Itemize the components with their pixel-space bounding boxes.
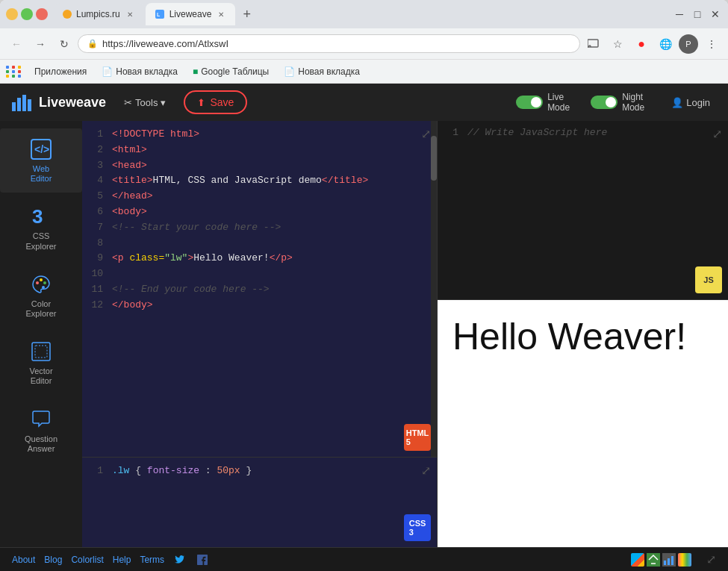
app-footer: About Blog Colorlist Help Terms — [0, 547, 728, 571]
html-scrollbar-thumb — [431, 136, 437, 181]
svg-point-14 — [42, 286, 45, 289]
footer-expand-button[interactable]: ⤢ — [706, 552, 716, 567]
footer-blog-link[interactable]: Blog — [44, 555, 62, 565]
right-panel: 1 // Write JavaScript here ⤢ JS Hello We… — [437, 121, 728, 547]
html-scrollbar[interactable] — [431, 121, 437, 457]
live-mode-toggle[interactable] — [516, 96, 543, 109]
apps-icon[interactable] — [6, 66, 22, 78]
close-button[interactable] — [36, 8, 48, 20]
profile-avatar[interactable]: P — [679, 34, 698, 54]
globe-icon[interactable]: 🌐 — [655, 34, 676, 54]
editor-line: 8 — [91, 236, 437, 252]
browser-tab-liveweave[interactable]: L Liveweave ✕ — [146, 3, 236, 25]
bookmark-newtab1[interactable]: 📄 Новая вкладка — [96, 65, 184, 78]
forward-button[interactable]: → — [30, 34, 51, 54]
swatch-green[interactable] — [647, 553, 660, 567]
sidebar-item-color-explorer[interactable]: ColorExplorer — [0, 263, 82, 328]
css-editor[interactable]: 1 .lw { font-size : 50px } ⤢ — [82, 458, 437, 547]
footer-colorlist-link[interactable]: Colorlist — [71, 555, 103, 565]
os-minimize-button[interactable]: ─ — [673, 7, 686, 21]
save-button[interactable]: ⬆ Save — [184, 90, 247, 114]
editor-line: 12 </body> — [91, 298, 437, 313]
tab-label-liveweave: Liveweave — [169, 9, 212, 19]
footer-color-swatches — [631, 553, 691, 567]
js-editor-content: 1 // Write JavaScript here — [438, 121, 728, 144]
svg-rect-5 — [17, 98, 21, 111]
editor-area: 1 <!DOCTYPE html> 2 <html> 3 <head> 4 — [82, 121, 437, 547]
menu-button[interactable]: ⋮ — [701, 34, 722, 54]
svg-rect-21 — [671, 556, 673, 565]
color-explorer-icon — [29, 272, 53, 296]
facebook-icon[interactable] — [196, 553, 209, 567]
bookmark-applications[interactable]: Приложения — [28, 65, 93, 78]
svg-rect-16 — [35, 346, 47, 358]
bookmark-button[interactable]: ☆ — [607, 34, 628, 54]
title-bar: Lumpics.ru ✕ L Liveweave ✕ + ─ □ ✕ — [0, 0, 728, 28]
save-upload-icon: ⬆ — [197, 97, 205, 108]
bookmark-sheets-label: Google Таблицы — [201, 66, 269, 77]
js-editor[interactable]: 1 // Write JavaScript here ⤢ JS — [438, 121, 728, 300]
app-logo: Liveweave — [12, 92, 106, 113]
footer-about-link[interactable]: About — [12, 555, 35, 565]
bookmark-sheets[interactable]: ■ Google Таблицы — [187, 65, 275, 78]
svg-text:</>: </> — [34, 143, 49, 155]
os-close-button[interactable]: ✕ — [709, 7, 722, 21]
svg-rect-19 — [664, 561, 666, 565]
refresh-button[interactable]: ↻ — [54, 34, 75, 54]
maximize-button[interactable] — [21, 8, 33, 20]
twitter-icon[interactable] — [173, 553, 187, 567]
tab-close-lumpics[interactable]: ✕ — [125, 9, 135, 19]
color-explorer-label: ColorExplorer — [26, 299, 57, 319]
browser-tab-lumpics[interactable]: Lumpics.ru ✕ — [54, 3, 144, 25]
login-button[interactable]: 👤 Login — [665, 94, 716, 111]
bookmarks-bar: Приложения 📄 Новая вкладка ■ Google Табл… — [0, 60, 728, 84]
html-editor-content: 1 <!DOCTYPE html> 2 <html> 3 <head> 4 — [82, 121, 437, 457]
back-button[interactable]: ← — [6, 34, 27, 54]
tools-icon: ✂ — [124, 97, 132, 108]
css-explorer-label: CSSExplorer — [26, 231, 57, 251]
night-mode-toggle[interactable] — [591, 96, 617, 109]
editor-line: 3 <head> — [91, 158, 437, 174]
sidebar-item-question-answer[interactable]: QuestionAnswer — [0, 399, 82, 463]
lock-icon: 🔒 — [87, 39, 98, 49]
cast-button[interactable] — [583, 34, 604, 54]
sidebar: </> WebEditor 3 CSSExplorer — [0, 121, 82, 547]
js-expand-button[interactable]: ⤢ — [712, 127, 722, 141]
footer-help-link[interactable]: Help — [113, 555, 131, 565]
opera-icon[interactable]: ● — [631, 34, 652, 54]
new-tab-button[interactable]: + — [237, 4, 257, 25]
bookmark-file2-icon: 📄 — [284, 66, 295, 77]
css-expand-button[interactable]: ⤢ — [421, 464, 431, 478]
svg-point-13 — [43, 281, 46, 284]
login-icon: 👤 — [671, 97, 683, 108]
url-bar[interactable]: 🔒 https://liveweave.com/AtlxswI — [78, 34, 580, 53]
swatch-windows[interactable] — [631, 553, 644, 567]
css-explorer-icon: 3 — [29, 205, 53, 228]
tab-close-liveweave[interactable]: ✕ — [216, 9, 226, 19]
live-mode-track[interactable] — [516, 96, 543, 109]
logo-icon — [12, 92, 33, 113]
tab-favicon-lumpics — [63, 10, 72, 19]
bookmark-newtab2[interactable]: 📄 Новая вкладка — [278, 65, 366, 78]
js-editor-line: 1 // Write JavaScript here — [447, 127, 719, 138]
preview-pane: Hello Weaver! — [438, 300, 728, 547]
bookmark-apps-label: Приложения — [34, 66, 87, 77]
night-mode-track[interactable] — [591, 96, 617, 109]
html-expand-button[interactable]: ⤢ — [421, 127, 431, 141]
sidebar-item-vector-editor[interactable]: VectorEditor — [0, 331, 82, 395]
minimize-button[interactable] — [6, 8, 18, 20]
os-maximize-button[interactable]: □ — [691, 7, 704, 21]
swatch-chart[interactable] — [662, 553, 676, 567]
app-logo-text: Liveweave — [39, 95, 106, 110]
swatch-gradient[interactable] — [678, 553, 691, 567]
sidebar-item-css-explorer[interactable]: 3 CSSExplorer — [0, 196, 82, 260]
web-editor-label: WebEditor — [31, 164, 52, 184]
footer-terms-link[interactable]: Terms — [140, 555, 164, 565]
bookmark-newtab1-label: Новая вкладка — [116, 66, 178, 77]
html-editor[interactable]: 1 <!DOCTYPE html> 2 <html> 3 <head> 4 — [82, 121, 437, 458]
tools-button[interactable]: ✂ Tools ▾ — [118, 94, 172, 111]
sidebar-item-web-editor[interactable]: </> WebEditor — [0, 128, 82, 193]
svg-text:L: L — [157, 12, 161, 17]
bookmark-sheets-icon: ■ — [193, 66, 198, 77]
svg-rect-6 — [22, 95, 26, 111]
